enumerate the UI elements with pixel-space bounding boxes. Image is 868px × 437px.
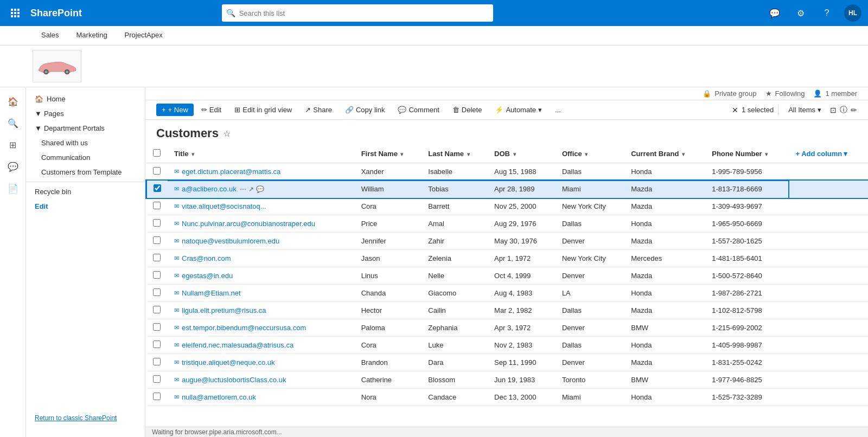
row-share-icon[interactable]: ↗ bbox=[248, 185, 254, 193]
row-checkbox[interactable] bbox=[153, 167, 161, 175]
select-all-checkbox[interactable] bbox=[153, 149, 161, 157]
filter-icon[interactable]: ⊡ bbox=[830, 106, 837, 114]
row-checkbox[interactable] bbox=[153, 323, 161, 331]
sidebar-item-edit[interactable]: Edit bbox=[26, 199, 145, 214]
title-link[interactable]: est.tempor.bibendum@neccursusa.com bbox=[182, 324, 306, 332]
edit-grid-button[interactable]: ⊞ Edit in grid view bbox=[229, 104, 297, 116]
share-button[interactable]: ↗ Share bbox=[299, 104, 337, 116]
sidebar-section-department-portals[interactable]: ▼ Department Portals bbox=[26, 121, 145, 136]
header-office[interactable]: Office ▾ bbox=[556, 145, 624, 163]
row-checkbox[interactable] bbox=[153, 288, 161, 296]
header-add-column[interactable]: + Add column ▾ bbox=[789, 145, 868, 163]
add-column-button[interactable]: + Add column ▾ bbox=[795, 150, 861, 158]
row-checkbox-cell[interactable] bbox=[146, 285, 168, 302]
header-first-name[interactable]: First Name ▾ bbox=[355, 145, 422, 163]
following-info[interactable]: ★ Following bbox=[765, 89, 805, 98]
row-office-cell: Dallas bbox=[556, 337, 624, 354]
row-checkbox-cell[interactable] bbox=[146, 337, 168, 354]
row-checkbox[interactable] bbox=[153, 375, 161, 383]
row-checkbox-cell[interactable] bbox=[146, 250, 168, 267]
row-checkbox-cell[interactable] bbox=[146, 267, 168, 285]
row-last-name-cell: Zahir bbox=[422, 233, 488, 250]
row-checkbox-cell[interactable] bbox=[146, 354, 168, 371]
title-link[interactable]: nulla@ametlorem.co.uk bbox=[182, 393, 256, 401]
title-link[interactable]: egestas@in.edu bbox=[182, 272, 233, 280]
title-link[interactable]: Nunc.pulvinar.arcu@conubianostraper.edu bbox=[182, 220, 315, 228]
comment-button[interactable]: 💬 Comment bbox=[392, 104, 444, 116]
row-checkbox[interactable] bbox=[153, 393, 161, 400]
title-link[interactable]: tristique.aliquet@neque.co.uk bbox=[182, 358, 275, 367]
row-checkbox-cell[interactable] bbox=[146, 233, 168, 250]
help-icon[interactable]: ? bbox=[818, 4, 835, 22]
header-checkbox-col[interactable] bbox=[146, 145, 168, 163]
row-checkbox[interactable] bbox=[153, 271, 161, 279]
row-checkbox[interactable] bbox=[153, 340, 161, 348]
delete-button[interactable]: 🗑 Delete bbox=[447, 104, 488, 116]
title-link[interactable]: vitae.aliquet@socisnatoq... bbox=[182, 202, 266, 210]
header-last-name[interactable]: Last Name ▾ bbox=[422, 145, 488, 163]
waffle-icon[interactable] bbox=[7, 4, 24, 22]
header-title[interactable]: Title ▾ bbox=[168, 145, 355, 163]
row-checkbox-cell[interactable] bbox=[146, 163, 168, 181]
user-avatar[interactable]: HL bbox=[844, 4, 861, 22]
copy-link-button[interactable]: 🔗 Copy link bbox=[340, 104, 390, 116]
row-checkbox[interactable] bbox=[153, 254, 161, 261]
row-checkbox-cell[interactable] bbox=[146, 371, 168, 389]
title-link[interactable]: a@aclibero.co.uk bbox=[182, 185, 237, 193]
search-nav-icon[interactable]: 🔍 bbox=[3, 113, 23, 133]
header-current-brand[interactable]: Current Brand ▾ bbox=[624, 145, 705, 163]
sidebar-item-recycle-bin[interactable]: Recycle bin bbox=[26, 184, 145, 199]
row-checkbox-cell[interactable] bbox=[146, 319, 168, 337]
title-link[interactable]: augue@luctuslobortisClass.co.uk bbox=[182, 376, 286, 384]
row-checkbox[interactable] bbox=[153, 219, 161, 227]
edit-view-icon[interactable]: ✏ bbox=[851, 106, 857, 114]
automate-button[interactable]: ⚡ Automate ▾ bbox=[489, 104, 547, 116]
home-nav-icon[interactable]: 🏠 bbox=[3, 92, 23, 111]
row-checkbox[interactable] bbox=[153, 236, 161, 244]
edit-button[interactable]: ✏ Edit bbox=[196, 104, 227, 116]
row-comment-icon[interactable]: 💬 bbox=[256, 185, 264, 193]
row-first-name-cell: Brandon bbox=[355, 354, 422, 371]
conversations-nav-icon[interactable]: 💬 bbox=[3, 157, 23, 176]
clear-selection-icon[interactable]: ✕ bbox=[732, 106, 738, 114]
row-checkbox[interactable] bbox=[153, 358, 161, 365]
return-classic-link[interactable]: Return to classic SharePoint bbox=[35, 414, 117, 422]
row-checkbox[interactable] bbox=[153, 202, 161, 209]
row-checkbox[interactable] bbox=[153, 306, 161, 313]
email-icon: ✉ bbox=[174, 307, 179, 314]
header-phone-number[interactable]: Phone Number ▾ bbox=[705, 145, 789, 163]
title-link[interactable]: Nullam@Etiam.net bbox=[182, 289, 241, 297]
row-checkbox-cell[interactable] bbox=[146, 198, 168, 215]
row-office-cell: LA bbox=[556, 285, 624, 302]
more-button[interactable]: ... bbox=[550, 104, 566, 116]
sidebar-item-shared[interactable]: Shared with us bbox=[26, 136, 145, 150]
apps-nav-icon[interactable]: ⊞ bbox=[3, 135, 23, 155]
row-checkbox-cell[interactable] bbox=[146, 302, 168, 319]
tab-projectapex[interactable]: ProjectApex bbox=[116, 25, 171, 45]
row-more-icon[interactable]: ⋯ bbox=[240, 185, 246, 193]
title-link[interactable]: eleifend.nec.malesuada@atrisus.ca bbox=[182, 341, 293, 349]
settings-icon[interactable]: ⚙ bbox=[792, 4, 809, 22]
row-checkbox[interactable] bbox=[154, 184, 161, 192]
title-link[interactable]: Cras@non.com bbox=[182, 254, 231, 262]
row-checkbox-cell[interactable] bbox=[146, 181, 168, 198]
sidebar-item-home[interactable]: 🏠 Home bbox=[26, 92, 145, 106]
sidebar-item-customers-template[interactable]: Customers from Template bbox=[26, 165, 145, 179]
documents-nav-icon[interactable]: 📄 bbox=[3, 178, 23, 198]
title-link[interactable]: natoque@vestibulumlorem.edu bbox=[182, 237, 279, 245]
header-dob[interactable]: DOB ▾ bbox=[488, 145, 556, 163]
notifications-icon[interactable]: 💬 bbox=[766, 4, 783, 22]
sidebar-item-communication[interactable]: Communication bbox=[26, 150, 145, 165]
title-link[interactable]: eget.dictum.placerat@mattis.ca bbox=[182, 168, 280, 176]
row-checkbox-cell[interactable] bbox=[146, 215, 168, 233]
favorite-star-icon[interactable]: ☆ bbox=[223, 128, 231, 139]
row-checkbox-cell[interactable] bbox=[146, 389, 168, 406]
sidebar-section-pages[interactable]: ▼ Pages bbox=[26, 106, 145, 121]
title-link[interactable]: ligula.elit.pretium@risus.ca bbox=[182, 306, 266, 314]
all-items-button[interactable]: All Items ▾ bbox=[783, 104, 827, 116]
tab-marketing[interactable]: Marketing bbox=[68, 25, 116, 45]
tab-sales[interactable]: Sales bbox=[33, 25, 68, 45]
info-icon[interactable]: ⓘ bbox=[840, 105, 847, 115]
new-button[interactable]: + + New bbox=[156, 104, 194, 116]
search-input[interactable] bbox=[222, 4, 493, 22]
